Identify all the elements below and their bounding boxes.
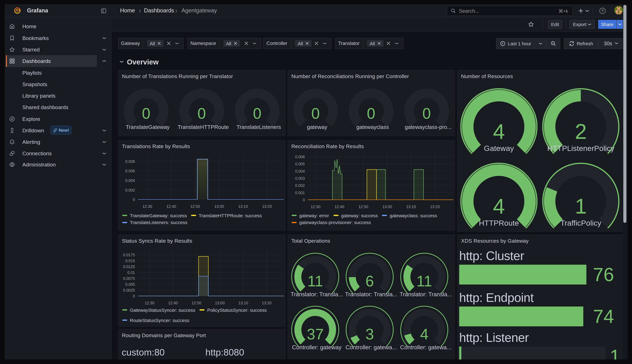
svg-text:13:10: 13:10 [238, 300, 248, 305]
svg-text:12:50: 12:50 [359, 204, 368, 209]
svg-text:0.0125: 0.0125 [123, 264, 135, 269]
svg-text:0.002: 0.002 [295, 183, 305, 188]
svg-text:0.0175: 0.0175 [123, 252, 135, 257]
svg-text:12:30: 12:30 [143, 204, 152, 208]
svg-text:13:00: 13:00 [215, 300, 225, 305]
svg-text:?: ? [601, 9, 604, 13]
svg-text:0.003: 0.003 [295, 176, 305, 180]
svg-text:0.0025: 0.0025 [123, 288, 135, 292]
svg-text:12:40: 12:40 [168, 300, 178, 305]
svg-text:0.006: 0.006 [125, 169, 135, 173]
svg-text:0: 0 [303, 198, 305, 202]
svg-text:0.004: 0.004 [125, 178, 135, 183]
svg-text:0.006: 0.006 [295, 155, 305, 159]
svg-text:12:50: 12:50 [190, 204, 200, 208]
svg-text:13:00: 13:00 [382, 204, 392, 209]
svg-text:12:50: 12:50 [192, 300, 201, 305]
svg-text:0.008: 0.008 [125, 159, 135, 164]
svg-text:0: 0 [133, 294, 135, 298]
svg-text:13:20: 13:20 [262, 204, 272, 208]
svg-text:0.005: 0.005 [125, 282, 135, 286]
svg-text:12:40: 12:40 [166, 204, 176, 208]
svg-text:0.0075: 0.0075 [123, 276, 135, 280]
svg-text:13:10: 13:10 [238, 204, 248, 208]
svg-text:12:30: 12:30 [145, 300, 155, 305]
svg-text:0.002: 0.002 [125, 188, 135, 192]
svg-text:13:20: 13:20 [430, 204, 440, 209]
svg-text:0.005: 0.005 [295, 162, 305, 166]
svg-text:13:10: 13:10 [406, 204, 416, 209]
svg-text:0: 0 [133, 198, 135, 202]
svg-text:0.01: 0.01 [127, 270, 135, 274]
svg-text:12:30: 12:30 [311, 204, 321, 209]
svg-text:12:40: 12:40 [335, 204, 344, 209]
svg-text:0.001: 0.001 [295, 190, 305, 195]
svg-text:0.004: 0.004 [295, 169, 305, 174]
svg-text:0.015: 0.015 [125, 258, 135, 263]
svg-text:13:00: 13:00 [214, 204, 224, 208]
svg-text:13:20: 13:20 [262, 300, 272, 305]
